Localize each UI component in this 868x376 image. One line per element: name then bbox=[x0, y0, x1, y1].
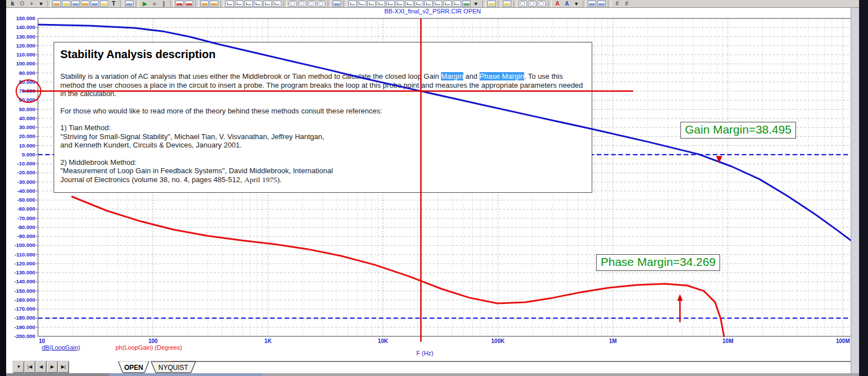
toolbar-separator bbox=[284, 1, 287, 7]
x-tick-label: 100 bbox=[148, 338, 158, 344]
phase-margin-label[interactable]: Phase Margin=34.269 bbox=[596, 254, 720, 271]
cursor-mode-icon[interactable] bbox=[348, 1, 357, 7]
magnify-off-icon[interactable] bbox=[538, 1, 546, 7]
first-page-button[interactable]: |◀ bbox=[25, 361, 35, 373]
y-tick-label: 140.000 bbox=[7, 25, 35, 30]
stop-analysis-icon[interactable]: ■ bbox=[150, 1, 159, 7]
color-tool-icon[interactable]: A bbox=[553, 1, 562, 7]
x-tick-label: 100K bbox=[491, 338, 505, 344]
new-circuit-icon[interactable] bbox=[52, 1, 61, 7]
inflection-point-icon[interactable] bbox=[453, 1, 461, 7]
y-tick-label: 10.000 bbox=[7, 143, 35, 149]
select-icon[interactable]: k bbox=[8, 1, 17, 7]
magnify-step-out-icon[interactable] bbox=[528, 1, 536, 7]
font-dropdown-icon[interactable]: ▾ bbox=[572, 1, 581, 7]
tag-vertical-icon[interactable] bbox=[405, 1, 414, 7]
waveform-buffer-icon[interactable] bbox=[503, 1, 511, 7]
wire-mode-icon[interactable] bbox=[90, 1, 99, 7]
data-points-icon[interactable] bbox=[254, 1, 262, 7]
analysis-plot-icon[interactable] bbox=[200, 1, 209, 7]
gain-margin-label[interactable]: Gain Margin=38.495 bbox=[680, 122, 796, 139]
tab-list-dropdown-button[interactable]: ▼ bbox=[13, 361, 24, 373]
delete-all-traces-icon[interactable] bbox=[244, 1, 253, 7]
legend-gain-trace[interactable]: dB(LoopGain) bbox=[42, 344, 80, 351]
low-point-icon[interactable] bbox=[443, 1, 452, 7]
toolbar-separator bbox=[498, 1, 501, 7]
save-circuit-icon[interactable] bbox=[71, 1, 80, 7]
zoom-in-icon[interactable] bbox=[289, 1, 297, 7]
y-tick-label: -60.000 bbox=[7, 206, 35, 212]
stepping-icon[interactable] bbox=[185, 1, 193, 7]
pan-hand-icon[interactable]: + bbox=[27, 1, 36, 7]
split-horizontal-icon[interactable]: # bbox=[613, 1, 621, 7]
last-page-button[interactable]: ▶| bbox=[58, 361, 69, 373]
y-tick-label: -180.000 bbox=[7, 315, 35, 321]
next-peak-icon[interactable] bbox=[415, 1, 423, 7]
analysis-limits-icon[interactable] bbox=[175, 1, 184, 7]
y-tick-label: -150.000 bbox=[7, 288, 35, 294]
add-trace-icon[interactable] bbox=[226, 1, 234, 7]
y-tick-label: -140.000 bbox=[7, 279, 35, 284]
toolbar-separator bbox=[170, 1, 174, 7]
split-vertical-icon[interactable]: # bbox=[622, 1, 631, 7]
ruler-icon[interactable] bbox=[273, 1, 281, 7]
delete-trace-icon[interactable] bbox=[235, 1, 243, 7]
vertical-scrollbar[interactable] bbox=[851, 8, 859, 373]
open-circuit-icon[interactable] bbox=[62, 1, 70, 7]
zoom-out-icon[interactable] bbox=[298, 1, 306, 7]
zoom-area-icon[interactable] bbox=[308, 1, 316, 7]
selected-text: Margin bbox=[441, 72, 463, 80]
pause-analysis-icon[interactable]: ∥ bbox=[160, 1, 168, 7]
zoom-auto-icon[interactable] bbox=[317, 1, 325, 7]
application-window: kO+▾T▶■∥▾AA▾## BB-XXI_final_v2_PSRR.CIR … bbox=[0, 0, 868, 376]
text-tool-icon[interactable]: T bbox=[109, 1, 118, 7]
next-valley-icon[interactable] bbox=[424, 1, 433, 7]
run-analysis-icon[interactable]: ▶ bbox=[141, 1, 149, 7]
tab-navigation-buttons: ▼|◀◀▶▶| bbox=[13, 361, 69, 373]
previous-page-button[interactable]: ◀ bbox=[36, 361, 46, 373]
y-tick-label: 110.000 bbox=[7, 52, 35, 58]
align-right-icon[interactable] bbox=[597, 1, 606, 7]
y-tick-label: -190.000 bbox=[7, 325, 35, 330]
mode-dropdown-icon[interactable]: ▾ bbox=[37, 1, 45, 7]
y-tick-label: 50.000 bbox=[7, 107, 35, 112]
page-tabs: OPENNYQUIST bbox=[6, 361, 859, 373]
toolbar-separator bbox=[47, 1, 51, 7]
next-page-button[interactable]: ▶ bbox=[47, 361, 57, 373]
legend-phase-trace[interactable]: ph(LoopGain) (Degrees) bbox=[116, 344, 182, 351]
rotate-icon[interactable]: O bbox=[18, 1, 26, 7]
magnify-step-in-icon[interactable] bbox=[519, 1, 527, 7]
align-left-icon[interactable] bbox=[588, 1, 596, 7]
reference-tian: 1) Tian Method:"Striving for Small-Signa… bbox=[60, 123, 586, 150]
y-tick-label: -50.000 bbox=[7, 197, 35, 203]
tab-nyquist[interactable]: NYQUIST bbox=[151, 361, 195, 373]
go-to-x-icon[interactable] bbox=[358, 1, 366, 7]
scope-page-icon[interactable] bbox=[487, 1, 496, 7]
info-mode-icon[interactable] bbox=[125, 1, 133, 7]
high-point-icon[interactable] bbox=[434, 1, 442, 7]
x-tick-label: 1K bbox=[265, 338, 272, 344]
numeric-output-icon[interactable] bbox=[210, 1, 218, 7]
graphics-mode-icon[interactable] bbox=[100, 1, 108, 7]
description-paragraph-2: For those who would like to read more of… bbox=[60, 107, 586, 116]
y-tick-label: -10.000 bbox=[7, 161, 35, 166]
description-text-box[interactable]: Stability Analysis description Stability… bbox=[54, 42, 592, 193]
font-tool-icon[interactable]: A bbox=[563, 1, 571, 7]
tag-right-icon[interactable] bbox=[386, 1, 395, 7]
tab-open[interactable]: OPEN bbox=[118, 361, 149, 373]
tokens-icon[interactable] bbox=[263, 1, 272, 7]
component-mode-icon[interactable] bbox=[81, 1, 89, 7]
y-tick-label: -100.000 bbox=[7, 242, 35, 248]
toolbar-separator bbox=[120, 1, 123, 7]
tag-horizontal-icon[interactable] bbox=[396, 1, 404, 7]
branch-dropdown-icon[interactable]: ▾ bbox=[472, 1, 480, 7]
go-to-branch-icon[interactable] bbox=[462, 1, 471, 7]
y-tick-label: -40.000 bbox=[7, 188, 35, 194]
gain-margin-marker bbox=[716, 156, 722, 163]
x-tick-label: 10 bbox=[39, 338, 45, 344]
tag-left-icon[interactable] bbox=[377, 1, 385, 7]
go-to-y-icon[interactable] bbox=[367, 1, 376, 7]
y-tick-label: -20.000 bbox=[7, 170, 35, 175]
svg-text:NYQUIST: NYQUIST bbox=[159, 364, 189, 372]
properties-icon[interactable] bbox=[333, 1, 341, 7]
